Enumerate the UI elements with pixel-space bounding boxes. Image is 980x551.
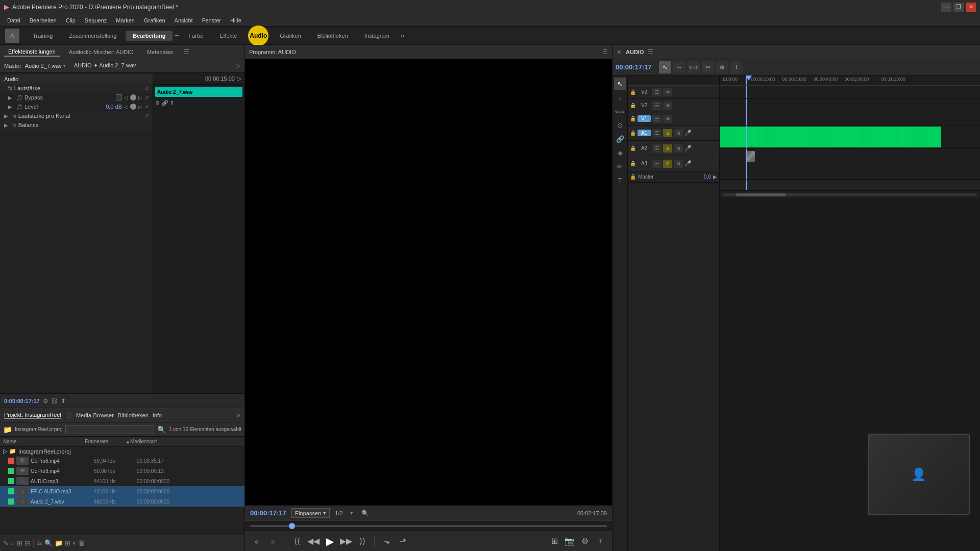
ts-marker-btn[interactable]: ◈ xyxy=(614,146,626,159)
ec-link-icon[interactable]: 🔗 xyxy=(162,100,168,106)
bypass-keyframe-btn[interactable] xyxy=(130,94,136,101)
timeline-menu-icon[interactable]: ☰ xyxy=(648,48,653,56)
selection-tool-button[interactable]: ↖ xyxy=(659,61,671,73)
lautstarke-section[interactable]: fx Lautstärke ↺ xyxy=(0,84,153,93)
a3-clip-track[interactable] xyxy=(720,164,980,180)
step-back-button[interactable]: ◀◀ xyxy=(307,535,320,548)
playhead-indicator[interactable] xyxy=(289,523,295,529)
ec-filter-btn[interactable]: ⚙ xyxy=(43,397,48,405)
project-menu-icon[interactable]: ☰ xyxy=(66,412,72,419)
a1-source-btn[interactable]: ☰ xyxy=(652,129,662,137)
settings-button[interactable]: ⚙ xyxy=(578,535,592,548)
export-frame-button[interactable]: 📷 xyxy=(563,535,576,548)
new-item-btn[interactable]: 📁 xyxy=(55,539,63,547)
v2-source-btn[interactable]: ☰ xyxy=(652,102,662,110)
mark-out-button[interactable]: ⬦ xyxy=(266,535,280,548)
menu-item-clip[interactable]: Clip xyxy=(62,16,80,24)
tab-effekteinstellungen[interactable]: Effekteinstellungen xyxy=(4,47,60,57)
a2-source-btn[interactable]: ☰ xyxy=(652,144,662,153)
ripple-tool-button[interactable]: ⟺ xyxy=(688,61,700,73)
a2-lock-icon[interactable]: 🔒 xyxy=(630,145,636,151)
scrollbar-thumb[interactable] xyxy=(736,193,787,196)
list-item[interactable]: 🎬 GoPro3.mp4 60,00 fps 00:00:00:13 xyxy=(0,466,244,476)
nav-tab-audio[interactable]: Audio xyxy=(248,26,268,46)
list-item[interactable]: 🎬 GoPro6.mp4 59,94 fps 00:03:35:17 xyxy=(0,456,244,466)
add-icon[interactable]: ＋ xyxy=(594,535,607,548)
bypass-checkbox[interactable] xyxy=(116,94,122,101)
menu-item-fenster[interactable]: Fenster xyxy=(198,16,225,24)
kanal-reset-icon[interactable]: ↺ xyxy=(144,113,149,119)
a2-clip-track[interactable] xyxy=(720,149,980,164)
v1-clip-track[interactable] xyxy=(720,112,980,126)
bypass-expand-icon[interactable]: ▶ xyxy=(8,95,14,101)
play-button[interactable]: ▶ xyxy=(323,535,336,548)
nav-tab-zusammenstellung[interactable]: Zusammenstellung xyxy=(62,31,124,41)
menu-item-ansicht[interactable]: Ansicht xyxy=(170,16,197,24)
menu-item-marken[interactable]: Marken xyxy=(112,16,139,24)
go-to-out-button[interactable]: ⟩⟩ xyxy=(356,535,369,548)
new-bin-btn[interactable]: ✎ xyxy=(3,539,9,547)
a3-m-btn[interactable]: M xyxy=(674,160,683,168)
ec-timeline-expand-icon[interactable]: ▷ xyxy=(237,75,241,82)
delete-btn[interactable]: 🗑 xyxy=(78,539,85,547)
v2-clip-track[interactable] xyxy=(720,99,980,112)
bypass-nav-left[interactable]: ◁ xyxy=(124,95,128,101)
ts-pen-btn[interactable]: ✏ xyxy=(614,160,626,172)
v1-lock-icon[interactable]: 🔒 xyxy=(630,116,636,121)
source-expand-icon[interactable]: ▷ xyxy=(236,62,240,69)
bypass-nav-right[interactable]: ▷ xyxy=(138,95,142,101)
a1-clip-track[interactable] xyxy=(720,126,980,149)
kanal-expand-icon[interactable]: ▶ xyxy=(4,113,10,119)
program-timecode[interactable]: 00:00:17:17 xyxy=(250,509,286,517)
nav-tab-bearbeitung[interactable]: Bearbeitung xyxy=(126,31,173,41)
program-fit-dropdown[interactable]: Einpassen ▾ xyxy=(291,508,330,518)
a1-audio-clip[interactable] xyxy=(720,127,941,147)
nav-tab-effekte[interactable]: Effekte xyxy=(212,31,244,41)
add-marker-button[interactable]: ⊞ xyxy=(548,535,561,548)
timeline-timecode[interactable]: 00:00:17:17 xyxy=(616,63,652,71)
ts-expand-btn[interactable]: ↕ xyxy=(614,91,626,104)
level-reset-icon[interactable]: ↺ xyxy=(144,104,149,110)
tab-metadaten[interactable]: Metadaten xyxy=(143,48,178,56)
tab-audioclip-mischer[interactable]: Audioclip-Mischer: AUDIO xyxy=(65,48,138,56)
a2-mic-icon[interactable]: 🎤 xyxy=(684,145,692,152)
ec-timeline-clip[interactable]: Audio 2_7.wav xyxy=(155,87,242,97)
level-keyframe-btn[interactable] xyxy=(130,104,136,110)
scrollbar-track[interactable] xyxy=(723,193,977,196)
overwrite-button[interactable]: ⬏ xyxy=(396,535,409,548)
v1-source-btn[interactable]: ☰ xyxy=(652,115,662,123)
ts-select-btn[interactable]: ↖ xyxy=(614,78,626,90)
nav-expand[interactable]: » xyxy=(401,32,404,39)
menu-item-datei[interactable]: Datei xyxy=(3,16,24,24)
source-dropdown[interactable]: Master Audio 2_7.wav ▾ xyxy=(4,63,66,69)
bypass-reset-icon[interactable]: ↺ xyxy=(144,95,149,101)
ts-fit-btn[interactable]: ⟺ xyxy=(614,105,626,117)
ts-snap-btn[interactable]: ⊙ xyxy=(614,119,626,131)
go-to-in-button[interactable]: ⟨⟨ xyxy=(290,535,304,548)
program-scrubber[interactable] xyxy=(245,520,612,531)
program-menu-icon[interactable]: ☰ xyxy=(602,48,608,56)
ratio-expand-icon[interactable]: ▾ xyxy=(350,510,353,516)
list-item[interactable]: ♫ Audio 2_7.wav 48000 Hz 00:00:00:0000 xyxy=(0,496,244,507)
edit-tool-button[interactable]: ↔ xyxy=(673,61,685,73)
list-view-btn[interactable]: ≡ xyxy=(11,539,15,547)
restore-button[interactable]: ❐ xyxy=(953,3,964,12)
a3-source-btn[interactable]: ☰ xyxy=(652,160,662,168)
nav-tab-instagram[interactable]: Instagram xyxy=(357,31,397,41)
razor-tool-button[interactable]: ✂ xyxy=(702,61,714,73)
mark-in-button[interactable]: ⬦ xyxy=(250,535,263,548)
menu-item-grafiken[interactable]: Grafiken xyxy=(140,16,169,24)
new-seq-btn[interactable]: ⊞ xyxy=(65,539,70,547)
clear-btn[interactable]: × xyxy=(72,539,77,547)
home-button[interactable]: ⌂ xyxy=(5,29,19,43)
a1-lock-icon[interactable]: 🔒 xyxy=(630,130,636,136)
project-tab-title[interactable]: Projekt: InstagramReel xyxy=(4,412,61,419)
ts-text-btn[interactable]: T xyxy=(614,174,626,186)
master-lock-icon[interactable]: 🔒 xyxy=(630,174,636,180)
folder-expand-icon[interactable]: ▷ xyxy=(3,448,7,455)
freeform-view-btn[interactable]: ⊟ xyxy=(24,539,30,547)
project-search-input[interactable] xyxy=(65,425,154,434)
list-item[interactable]: ♫ EPIC AUDIO.mp3 44100 Hz 00:00:00:0000 xyxy=(0,486,244,496)
balance-section[interactable]: ▶ fx Balance xyxy=(0,120,153,130)
project-tab-bibliotheken[interactable]: Bibliotheken xyxy=(118,412,149,418)
